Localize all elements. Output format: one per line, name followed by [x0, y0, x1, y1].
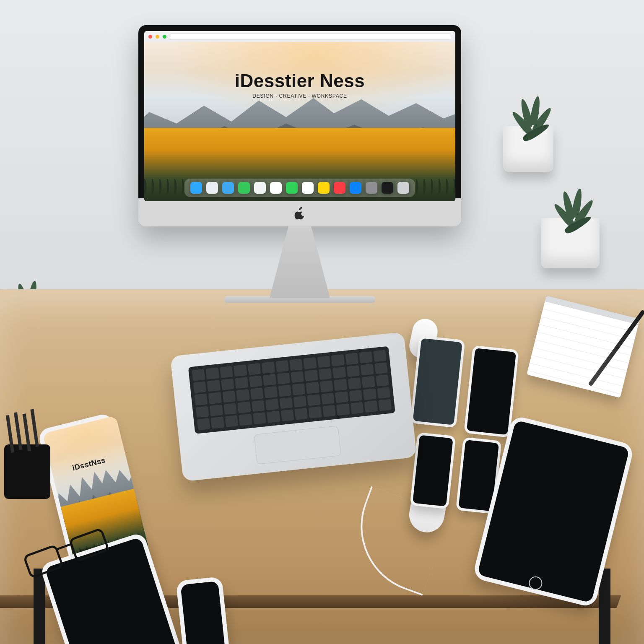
keyboard-key[interactable] [331, 354, 345, 366]
keyboard-key[interactable] [236, 389, 249, 401]
dock-app-music-icon[interactable] [334, 182, 345, 194]
dock-app-messages-icon[interactable] [238, 182, 250, 194]
keyboard-key[interactable] [334, 379, 347, 391]
macos-dock[interactable] [184, 179, 415, 197]
keyboard-key[interactable] [192, 369, 205, 381]
keyboard-key[interactable] [292, 383, 305, 395]
keyboard-key[interactable] [306, 382, 319, 394]
keyboard-key[interactable] [211, 417, 224, 429]
window-zoom-icon[interactable] [163, 35, 166, 39]
keyboard-key[interactable] [250, 388, 264, 400]
keyboard-key[interactable] [320, 380, 333, 392]
keyboard-key[interactable] [295, 408, 308, 420]
keyboard-key[interactable] [305, 369, 318, 382]
keyboard-key[interactable] [321, 393, 335, 405]
keyboard-key[interactable] [378, 399, 392, 411]
laptop-keyboard[interactable] [188, 346, 395, 434]
keyboard-key[interactable] [221, 378, 234, 390]
dock-app-calendar-icon[interactable] [302, 182, 314, 194]
imac-display[interactable]: iDesstier Ness DESIGN · CREATIVE · WORKS… [144, 31, 455, 201]
window-minimize-icon[interactable] [156, 35, 159, 39]
keyboard-key[interactable] [264, 386, 278, 398]
keyboard-key[interactable] [322, 405, 336, 417]
laptop [170, 332, 417, 482]
keyboard-key[interactable] [206, 367, 219, 379]
dock-app-finder-icon[interactable] [190, 182, 202, 194]
keyboard-key[interactable] [267, 411, 280, 423]
keyboard-key[interactable] [307, 394, 321, 406]
keyboard-key[interactable] [197, 418, 210, 431]
keyboard-key[interactable] [193, 381, 207, 393]
keyboard-key[interactable] [262, 361, 275, 374]
dock-app-mail-icon[interactable] [222, 182, 234, 194]
keyboard-key[interactable] [346, 365, 360, 377]
keyboard-key[interactable] [279, 397, 293, 409]
keyboard-key[interactable] [208, 392, 222, 404]
keyboard-key[interactable] [373, 350, 387, 362]
dock-app-maps-icon[interactable] [254, 182, 266, 194]
dock-app-appstore-icon[interactable] [350, 182, 361, 194]
keyboard-key[interactable] [225, 415, 238, 428]
address-bar[interactable] [170, 33, 451, 40]
keyboard-key[interactable] [235, 377, 248, 389]
keyboard-key[interactable] [263, 374, 276, 386]
keyboard-key[interactable] [309, 407, 322, 419]
laptop-trackpad[interactable] [254, 426, 341, 465]
keyboard-key[interactable] [223, 403, 237, 415]
keyboard-key[interactable] [210, 405, 223, 417]
keyboard-key[interactable] [364, 401, 378, 413]
keyboard-key[interactable] [361, 364, 374, 376]
keyboard-key[interactable] [362, 376, 375, 388]
keyboard-key[interactable] [265, 399, 279, 411]
keyboard-key[interactable] [359, 351, 373, 364]
phone-dark [410, 335, 465, 428]
keyboard-key[interactable] [252, 400, 265, 412]
keyboard-key[interactable] [280, 410, 294, 422]
keyboard-key[interactable] [377, 387, 390, 399]
dock-app-trash-icon[interactable] [397, 182, 409, 194]
keyboard-key[interactable] [239, 414, 252, 426]
imac: iDesstier Ness DESIGN · CREATIVE · WORKS… [138, 25, 461, 303]
keyboard-key[interactable] [351, 402, 364, 414]
phone-white-2 [410, 432, 456, 509]
keyboard-key[interactable] [248, 363, 261, 375]
keyboard-key[interactable] [222, 391, 236, 403]
keyboard-key[interactable] [376, 374, 389, 387]
keyboard-key[interactable] [332, 366, 346, 379]
keyboard-key[interactable] [304, 357, 317, 369]
keyboard-key[interactable] [348, 377, 361, 390]
keyboard-key[interactable] [319, 368, 332, 380]
keyboard-key[interactable] [196, 406, 209, 418]
dock-app-settings-icon[interactable] [366, 182, 377, 194]
keyboard-key[interactable] [234, 364, 247, 377]
keyboard-key[interactable] [293, 396, 307, 408]
keyboard-key[interactable] [249, 375, 262, 387]
dock-app-terminal-icon[interactable] [382, 182, 393, 194]
keyboard-key[interactable] [195, 394, 208, 406]
dock-app-facetime-icon[interactable] [286, 182, 298, 194]
keyboard-key[interactable] [207, 380, 221, 392]
keyboard-key[interactable] [253, 413, 266, 425]
imac-stand [262, 226, 338, 298]
keyboard-key[interactable] [345, 353, 358, 365]
keyboard-key[interactable] [335, 391, 348, 403]
scene-workspace-desk: iDesstier Ness DESIGN · CREATIVE · WORKS… [0, 0, 644, 644]
imac-body: iDesstier Ness DESIGN · CREATIVE · WORKS… [138, 25, 461, 226]
keyboard-key[interactable] [291, 371, 304, 383]
keyboard-key[interactable] [374, 362, 388, 374]
keyboard-key[interactable] [349, 390, 363, 402]
keyboard-key[interactable] [238, 402, 251, 414]
keyboard-key[interactable] [363, 388, 377, 400]
window-close-icon[interactable] [148, 35, 152, 39]
browser-chrome [144, 31, 455, 42]
keyboard-key[interactable] [277, 372, 290, 384]
dock-app-safari-icon[interactable] [206, 182, 218, 194]
dock-app-photos-icon[interactable] [270, 182, 282, 194]
keyboard-key[interactable] [275, 360, 289, 372]
keyboard-key[interactable] [220, 366, 233, 378]
keyboard-key[interactable] [317, 356, 331, 368]
keyboard-key[interactable] [278, 385, 291, 397]
keyboard-key[interactable] [336, 404, 350, 416]
dock-app-notes-icon[interactable] [318, 182, 330, 194]
keyboard-key[interactable] [289, 358, 303, 371]
